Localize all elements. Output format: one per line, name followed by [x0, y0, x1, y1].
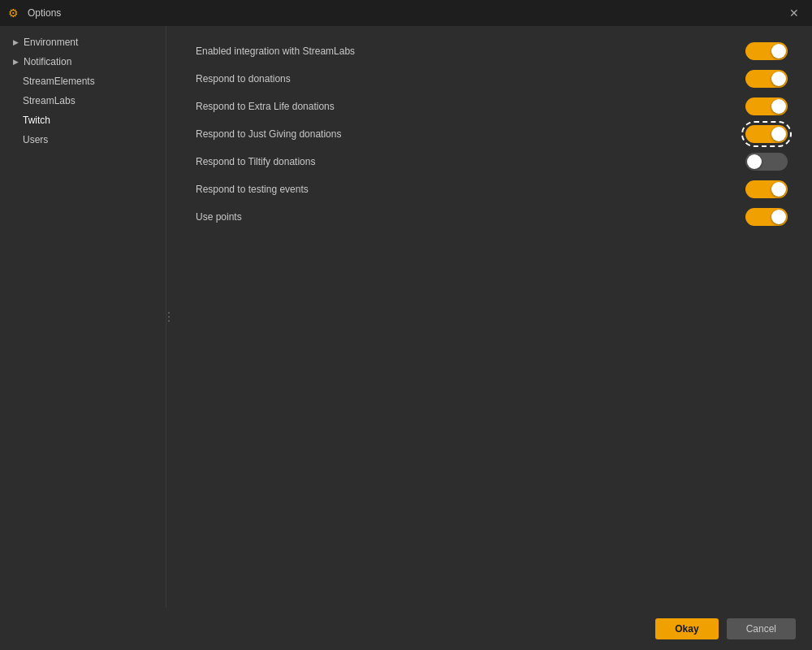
setting-row: Respond to Tiltify donations: [196, 153, 788, 171]
toggle-testing-events[interactable]: [745, 180, 788, 198]
main-panel: Enabled integration with StreamLabsRespo…: [171, 26, 812, 608]
setting-label-tiltify: Respond to Tiltify donations: [196, 156, 745, 167]
toggle-knob: [771, 182, 786, 197]
app-icon: ⚙: [8, 6, 21, 20]
toggle-just-giving[interactable]: [745, 125, 788, 143]
toggle-knob: [771, 127, 786, 141]
close-icon: ✕: [789, 6, 799, 20]
sidebar-item-streamelements[interactable]: StreamElements: [0, 72, 166, 91]
setting-row: Respond to donations: [196, 70, 788, 88]
setting-row: Respond to Just Giving donations: [196, 125, 788, 143]
dialog-content: ▶ Environment ▶ Notification StreamEleme…: [0, 26, 812, 608]
setting-label-use-points: Use points: [196, 211, 745, 223]
arrow-icon: ▶: [13, 58, 19, 66]
options-dialog: ⚙ Options ✕ ▶ Environment ▶ Notification…: [0, 0, 812, 650]
setting-row: Respond to Extra Life donations: [196, 98, 788, 115]
setting-row: Respond to testing events: [196, 180, 788, 198]
toggle-knob: [771, 72, 786, 86]
sidebar-item-users[interactable]: Users: [0, 130, 166, 150]
setting-label-testing-events: Respond to testing events: [196, 184, 745, 195]
footer: Okay Cancel: [0, 608, 812, 650]
sidebar-item-label: Notification: [24, 56, 71, 67]
sidebar-item-environment[interactable]: ▶ Environment: [0, 32, 166, 52]
sidebar-item-label: Environment: [24, 37, 78, 48]
toggle-tiltify[interactable]: [745, 153, 788, 171]
dialog-title: Options: [28, 7, 784, 19]
sidebar-item-notification[interactable]: ▶ Notification: [0, 52, 166, 72]
toggle-knob: [747, 154, 762, 169]
sidebar: ▶ Environment ▶ Notification StreamEleme…: [0, 26, 166, 608]
close-button[interactable]: ✕: [784, 3, 804, 23]
setting-row: Use points: [196, 208, 788, 226]
sidebar-item-label: Twitch: [23, 115, 50, 126]
toggle-donations[interactable]: [745, 70, 788, 88]
title-bar: ⚙ Options ✕: [0, 0, 812, 26]
sidebar-item-twitch[interactable]: Twitch: [0, 110, 166, 130]
setting-row: Enabled integration with StreamLabs: [196, 42, 788, 60]
toggle-knob: [771, 44, 786, 58]
toggle-integration[interactable]: [745, 42, 788, 60]
setting-label-integration: Enabled integration with StreamLabs: [196, 46, 745, 57]
toggle-knob: [771, 99, 786, 114]
setting-label-just-giving: Respond to Just Giving donations: [196, 128, 745, 140]
setting-label-extra-life: Respond to Extra Life donations: [196, 101, 745, 112]
cancel-button[interactable]: Cancel: [727, 618, 796, 639]
toggle-knob: [771, 210, 786, 224]
arrow-icon: ▶: [13, 38, 19, 46]
sidebar-item-streamlabs[interactable]: StreamLabs: [0, 91, 166, 110]
resize-dot: [168, 316, 170, 318]
toggle-extra-life[interactable]: [745, 98, 788, 115]
resize-dot: [168, 320, 170, 322]
sidebar-item-label: StreamElements: [23, 76, 95, 87]
sidebar-item-label: StreamLabs: [23, 95, 76, 106]
sidebar-item-label: Users: [23, 134, 48, 145]
toggle-use-points[interactable]: [745, 208, 788, 226]
resize-dot: [168, 312, 170, 314]
okay-button[interactable]: Okay: [655, 618, 718, 639]
setting-label-donations: Respond to donations: [196, 73, 745, 84]
